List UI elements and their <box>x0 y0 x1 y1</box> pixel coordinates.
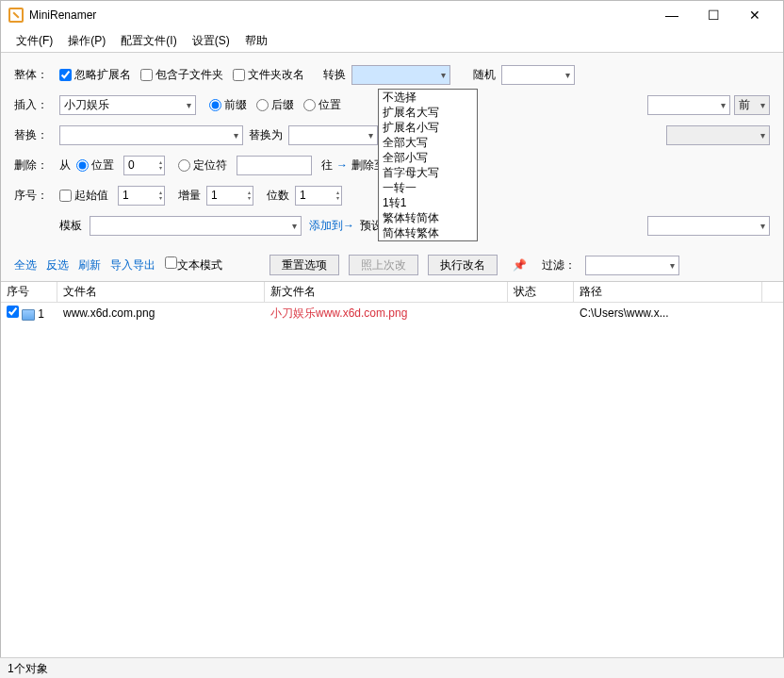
menu-settings[interactable]: 设置(S) <box>185 30 237 52</box>
chk-include-sub[interactable]: 包含子文件夹 <box>140 67 223 83</box>
link-import-export[interactable]: 导入导出 <box>110 257 155 273</box>
chk-rename-folder[interactable]: 文件夹改名 <box>233 67 304 83</box>
combo-replace-to[interactable] <box>288 125 378 145</box>
link-invert[interactable]: 反选 <box>46 257 69 273</box>
app-icon <box>8 8 24 23</box>
combo-filter[interactable] <box>585 256 679 275</box>
menu-bar: 文件(F) 操作(P) 配置文件(I) 设置(S) 帮助 <box>1 29 783 53</box>
combo-replace-from[interactable] <box>59 125 243 145</box>
label-to: 往 <box>321 157 333 174</box>
combo-preset[interactable] <box>647 216 770 236</box>
radio-prefix[interactable]: 前缀 <box>209 97 247 113</box>
dropdown-item[interactable]: 扩展名大写 <box>379 105 477 120</box>
status-bar: 1个对象 <box>0 657 784 678</box>
link-refresh[interactable]: 刷新 <box>78 257 101 273</box>
radio-del-locator[interactable]: 定位符 <box>178 157 227 174</box>
spin-start[interactable]: 1 <box>118 186 165 206</box>
menu-config[interactable]: 配置文件(I) <box>113 30 184 52</box>
col-index[interactable]: 序号 <box>1 282 57 302</box>
row-checkbox[interactable] <box>7 306 19 318</box>
label-seq: 序号： <box>14 188 59 204</box>
file-icon <box>22 309 35 321</box>
btn-reset[interactable]: 重置选项 <box>270 255 339 275</box>
maximize-button[interactable]: ☐ <box>693 2 734 28</box>
menu-operation[interactable]: 操作(P) <box>60 30 113 52</box>
radio-del-position[interactable]: 位置 <box>76 157 114 174</box>
col-newname[interactable]: 新文件名 <box>265 282 508 302</box>
spin-del-pos[interactable]: 0 <box>123 156 165 175</box>
radio-suffix[interactable]: 后缀 <box>256 97 294 113</box>
spin-increment[interactable]: 1 <box>206 186 253 206</box>
dropdown-item[interactable]: 不选择 <box>379 90 477 105</box>
label-convert: 转换 <box>323 67 346 83</box>
link-addto[interactable]: 添加到→ <box>309 218 354 234</box>
cell-path: C:\Users\www.x... <box>574 306 762 320</box>
toolbar: 全选 反选 刷新 导入导出 文本模式 重置选项 照上次改 执行改名 📌 过滤： <box>1 249 783 281</box>
combo-insert[interactable]: 小刀娱乐 <box>59 95 196 115</box>
cell-name: www.x6d.com.png <box>57 306 265 320</box>
dropdown-item[interactable]: 1转1 <box>379 195 477 210</box>
label-increment: 增量 <box>178 188 201 204</box>
label-insert: 插入： <box>14 97 59 113</box>
col-path[interactable]: 路径 <box>574 282 762 302</box>
btn-as-last[interactable]: 照上次改 <box>349 255 418 275</box>
menu-help[interactable]: 帮助 <box>237 30 275 52</box>
cell-newname: 小刀娱乐www.x6d.com.png <box>265 306 508 322</box>
pin-icon[interactable]: 📌 <box>513 258 527 272</box>
dropdown-item[interactable]: 简体转繁体 <box>379 225 477 240</box>
chk-text-mode[interactable]: 文本模式 <box>165 256 222 273</box>
cell-index: 1 <box>1 306 57 321</box>
dropdown-item[interactable]: 繁体转简体 <box>379 210 477 225</box>
dropdown-item[interactable]: 全部小写 <box>379 150 477 165</box>
chk-ignore-ext[interactable]: 忽略扩展名 <box>59 67 131 83</box>
label-replace: 替换： <box>14 127 59 143</box>
col-name[interactable]: 文件名 <box>57 282 265 302</box>
label-template: 模板 <box>59 218 82 234</box>
col-status[interactable]: 状态 <box>508 282 574 302</box>
label-random: 随机 <box>473 67 496 83</box>
chk-start-value[interactable]: 起始值 <box>59 188 108 204</box>
label-whole: 整体： <box>14 67 59 83</box>
minimize-button[interactable]: — <box>651 2 693 28</box>
titlebar: MiniRenamer — ☐ ✕ <box>1 1 783 29</box>
close-button[interactable]: ✕ <box>734 2 776 28</box>
dropdown-item[interactable]: 扩展名小写 <box>379 120 477 135</box>
label-replace-to: 替换为 <box>249 127 283 143</box>
label-delete: 删除： <box>14 157 59 174</box>
combo-front[interactable]: 前 <box>734 95 770 115</box>
dropdown-item[interactable]: 全部大写 <box>379 135 477 150</box>
radio-position[interactable]: 位置 <box>303 97 341 113</box>
combo-replace-extra[interactable] <box>666 125 770 145</box>
dropdown-item[interactable]: 首字母大写 <box>379 165 477 180</box>
btn-execute[interactable]: 执行改名 <box>428 255 498 275</box>
label-digits: 位数 <box>267 188 289 204</box>
app-title: MiniRenamer <box>29 8 651 22</box>
menu-file[interactable]: 文件(F) <box>8 30 60 52</box>
table-row[interactable]: 1 www.x6d.com.png 小刀娱乐www.x6d.com.png C:… <box>1 303 783 323</box>
combo-insert-extra[interactable] <box>647 95 730 115</box>
file-table: 序号 文件名 新文件名 状态 路径 1 www.x6d.com.png 小刀娱乐… <box>1 281 783 323</box>
combo-template[interactable] <box>90 216 302 236</box>
combo-random[interactable] <box>501 65 575 85</box>
dropdown-item[interactable]: 一转一 <box>379 180 477 195</box>
input-locator[interactable] <box>237 156 312 175</box>
spin-digits[interactable]: 1 <box>295 186 342 206</box>
label-from: 从 <box>59 157 71 174</box>
convert-dropdown: 不选择 扩展名大写 扩展名小写 全部大写 全部小写 首字母大写 一转一 1转1 … <box>378 89 478 241</box>
link-select-all[interactable]: 全选 <box>14 257 37 273</box>
row-whole: 整体： 忽略扩展名 包含子文件夹 文件夹改名 转换 随机 <box>14 60 770 89</box>
arrow-right-icon: → <box>336 158 348 172</box>
label-filter: 过滤： <box>542 257 576 273</box>
table-header: 序号 文件名 新文件名 状态 路径 <box>1 282 783 303</box>
combo-convert[interactable] <box>351 65 450 85</box>
